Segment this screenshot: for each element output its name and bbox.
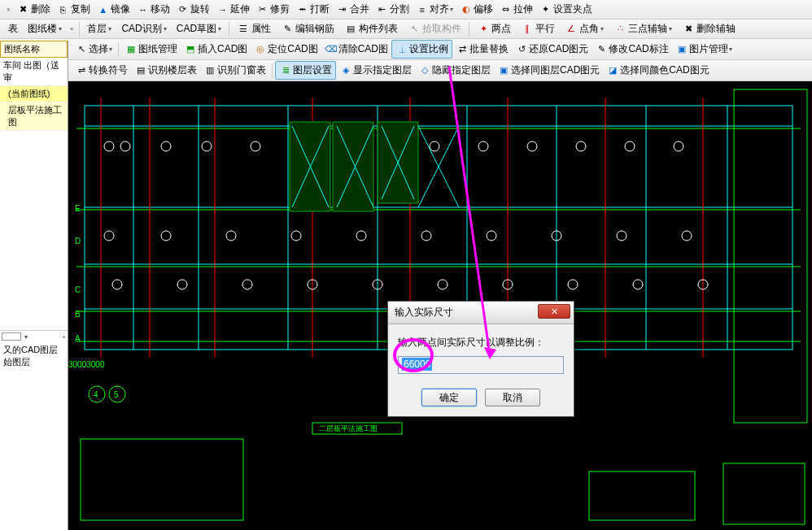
batchrepl-btn[interactable]: ⇄批量替换 <box>452 41 512 58</box>
stretch-tool[interactable]: ⇔拉伸 <box>496 1 536 18</box>
setscale-btn[interactable]: ⟂设置比例 <box>391 40 452 59</box>
memberlist-btn[interactable]: ▤构件列表 <box>339 20 403 37</box>
svg-point-35 <box>251 141 260 151</box>
parallel-btn[interactable]: ∥平行 <box>516 20 560 37</box>
prop-btn[interactable]: ☰属性 <box>232 20 276 37</box>
dotangle-btn[interactable]: ∠点角▾ <box>560 20 609 37</box>
showlayer-icon: ◈ <box>339 64 352 77</box>
svg-point-42 <box>674 141 683 151</box>
svg-text:E: E <box>75 204 81 213</box>
svg-point-47 <box>356 231 366 241</box>
clearcad-btn[interactable]: ⌫清除CAD图 <box>321 41 391 58</box>
move-tool[interactable]: ↔移动 <box>133 1 173 18</box>
recogfloor-btn[interactable]: ▤识别楼层表 <box>131 62 200 79</box>
sellayer-icon: ▣ <box>497 64 510 77</box>
svg-point-34 <box>202 141 212 151</box>
mirror-tool[interactable]: ▲镜像 <box>94 1 133 18</box>
select-tool[interactable]: ↖选择▾ <box>72 41 116 58</box>
offset-icon: ◐ <box>460 3 473 16</box>
panel-collapse[interactable]: « <box>67 25 76 33</box>
cad-layer-label: 又的CAD图层 <box>3 344 64 356</box>
svg-point-51 <box>617 231 626 241</box>
svg-point-55 <box>242 280 252 289</box>
showlayer-btn[interactable]: ◈显示指定图层 <box>336 62 415 79</box>
layer-collapse-icon[interactable]: ▾ <box>24 333 28 341</box>
mirror-icon: ▲ <box>97 3 110 16</box>
menu-close-left[interactable]: × <box>3 4 14 15</box>
svg-rect-64 <box>333 122 373 211</box>
rotate-tool[interactable]: ⟳旋转 <box>173 1 213 18</box>
dimension-input[interactable]: 66000 <box>398 356 564 374</box>
offset-tool[interactable]: ◐偏移 <box>456 1 496 18</box>
dialog-close-btn[interactable]: ✕ <box>538 304 570 319</box>
svg-point-45 <box>226 231 236 241</box>
trim-tool[interactable]: ✂修剪 <box>253 1 293 18</box>
svg-text:A: A <box>75 334 81 343</box>
setgrip-tool[interactable]: ✦设置夹点 <box>536 1 596 18</box>
selsamecolor-btn[interactable]: ◪选择同颜色CAD图元 <box>603 62 712 79</box>
prop-icon: ☰ <box>237 23 250 36</box>
threeaux-btn[interactable]: ∴三点辅轴▾ <box>609 20 677 37</box>
svg-text:4: 4 <box>94 390 98 399</box>
floor-tab[interactable]: 首层▾ <box>82 20 116 37</box>
svg-point-41 <box>625 141 635 151</box>
dialog-titlebar[interactable]: 输入实际尺寸 ✕ <box>388 302 574 324</box>
scale-icon: ⟂ <box>395 43 408 56</box>
merge-tool[interactable]: ⇥合并 <box>333 1 373 18</box>
drawing-current[interactable]: (当前图纸) <box>0 86 68 102</box>
svg-point-44 <box>161 231 171 241</box>
svg-point-46 <box>291 231 301 241</box>
locatecad-btn[interactable]: ◎定位CAD图 <box>251 41 321 58</box>
ok-button[interactable]: 确定 <box>421 389 477 406</box>
panel-close-icon[interactable]: × <box>62 333 66 341</box>
selcolor-icon: ◪ <box>606 64 619 77</box>
editrebar-btn[interactable]: ✎编辑钢筋 <box>276 20 339 37</box>
pickmember-btn[interactable]: ↖拾取构件 <box>403 20 466 37</box>
drawing-row-1[interactable]: 车间 出图（送审 <box>0 58 68 86</box>
cadsketch-tab[interactable]: CAD草图▾ <box>172 20 226 37</box>
split-tool[interactable]: ⇤分割 <box>373 1 413 18</box>
insertcad-btn[interactable]: ⬒插入CAD图 <box>181 41 251 58</box>
left-dropdown[interactable]: 表 <box>3 20 23 37</box>
threeaux-icon: ∴ <box>613 23 626 36</box>
svg-text:C: C <box>75 285 81 294</box>
restorecad-btn[interactable]: ↺还原CAD图元 <box>512 41 592 58</box>
align-tool[interactable]: ≡对齐▾ <box>413 1 456 18</box>
merge-icon: ⇥ <box>336 3 349 16</box>
recogdoor-btn[interactable]: ▥识别门窗表 <box>200 62 269 79</box>
modcadnote-btn[interactable]: ✎修改CAD标注 <box>592 41 671 58</box>
svg-text:30003000: 30003000 <box>68 360 105 369</box>
drawing-floor-dropdown[interactable]: 图纸楼▾ <box>23 20 67 37</box>
drawmgr-btn[interactable]: ▦图纸管理 <box>121 41 181 58</box>
svg-point-58 <box>438 280 447 289</box>
input-dimension-dialog: 输入实际尺寸 ✕ 输入两点间实际尺寸以调整比例： 66000 确定 取消 <box>387 301 574 417</box>
imgmgr-btn[interactable]: ▣图片管理▾ <box>672 41 736 58</box>
svg-point-49 <box>487 231 496 241</box>
delaux-icon: ✖ <box>682 23 695 36</box>
insert-icon: ⬒ <box>184 43 197 56</box>
move-icon: ↔ <box>137 3 150 16</box>
restore-icon: ↺ <box>515 43 528 56</box>
twopoint-btn[interactable]: ✦两点 <box>472 20 516 37</box>
cadrecog-tab[interactable]: CAD识别▾ <box>116 20 171 37</box>
selsamelayer-btn[interactable]: ▣选择同图层CAD图元 <box>494 62 603 79</box>
extend-tool[interactable]: →延伸 <box>213 1 253 18</box>
svg-point-54 <box>177 280 187 289</box>
drawing-row-3[interactable]: 层板平法施工图 <box>0 102 68 131</box>
svg-point-53 <box>112 280 122 289</box>
svg-point-40 <box>576 141 586 151</box>
toolbar-cad1: 整理图纸 ▾ ↖选择▾ ▦图纸管理 ⬒插入CAD图 ◎定位CAD图 ⌫清除CAD… <box>0 39 812 60</box>
copy-tool[interactable]: ⎘复制 <box>54 1 94 18</box>
svg-point-60 <box>568 280 578 289</box>
delaux-btn[interactable]: ✖删除辅轴 <box>677 20 740 37</box>
cancel-button[interactable]: 取消 <box>485 389 540 406</box>
layerset-btn[interactable]: ≣图层设置 <box>275 61 336 80</box>
delete-tool[interactable]: ✖删除 <box>14 1 54 18</box>
break-tool[interactable]: ⥇打断 <box>293 1 333 18</box>
convsym-btn[interactable]: ⇌转换符号 <box>72 62 131 79</box>
hidelayer-btn[interactable]: ◇隐藏指定图层 <box>415 62 494 79</box>
drawing-name-col: 图纸名称 <box>0 41 68 58</box>
menu-bar: 表 图纸楼▾ « 首层▾ CAD识别▾ CAD草图▾ ☰属性 ✎编辑钢筋 ▤构件… <box>0 20 812 39</box>
svg-point-33 <box>161 141 171 151</box>
svg-point-31 <box>104 141 114 151</box>
